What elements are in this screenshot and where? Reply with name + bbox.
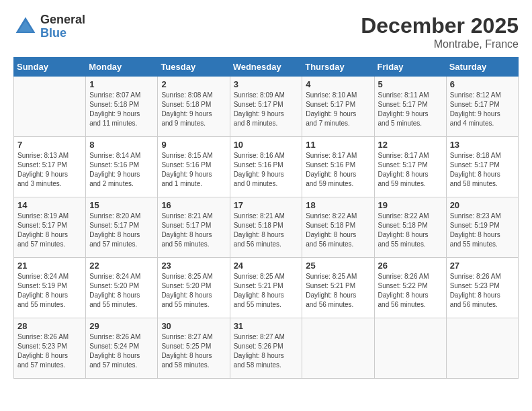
day-number: 8 [89, 140, 154, 150]
calendar-cell: 24Sunrise: 8:25 AM Sunset: 5:21 PM Dayli… [230, 258, 302, 318]
day-number: 2 [161, 79, 226, 89]
day-info: Sunrise: 8:21 AM Sunset: 5:17 PM Dayligh… [161, 212, 226, 249]
day-info: Sunrise: 8:21 AM Sunset: 5:18 PM Dayligh… [234, 212, 299, 249]
day-info: Sunrise: 8:14 AM Sunset: 5:16 PM Dayligh… [89, 151, 154, 189]
day-info: Sunrise: 8:07 AM Sunset: 5:18 PM Dayligh… [89, 91, 154, 128]
calendar-week-3: 14Sunrise: 8:19 AM Sunset: 5:17 PM Dayli… [14, 197, 519, 258]
day-info: Sunrise: 8:15 AM Sunset: 5:16 PM Dayligh… [161, 151, 226, 189]
day-info: Sunrise: 8:18 AM Sunset: 5:17 PM Dayligh… [450, 151, 515, 189]
day-info: Sunrise: 8:26 AM Sunset: 5:23 PM Dayligh… [450, 272, 515, 310]
calendar-cell [374, 318, 446, 379]
day-info: Sunrise: 8:17 AM Sunset: 5:16 PM Dayligh… [306, 151, 370, 189]
day-number: 23 [161, 261, 226, 271]
day-info: Sunrise: 8:22 AM Sunset: 5:18 PM Dayligh… [306, 212, 370, 249]
day-info: Sunrise: 8:22 AM Sunset: 5:18 PM Dayligh… [378, 212, 443, 249]
calendar-cell: 17Sunrise: 8:21 AM Sunset: 5:18 PM Dayli… [230, 197, 302, 258]
day-info: Sunrise: 8:16 AM Sunset: 5:16 PM Dayligh… [234, 151, 299, 189]
calendar-table: SundayMondayTuesdayWednesdayThursdayFrid… [13, 57, 519, 379]
calendar-cell: 10Sunrise: 8:16 AM Sunset: 5:16 PM Dayli… [230, 137, 302, 197]
day-number: 13 [450, 140, 515, 150]
calendar-week-5: 28Sunrise: 8:26 AM Sunset: 5:23 PM Dayli… [14, 318, 519, 379]
weekday-header-tuesday: Tuesday [158, 58, 230, 77]
day-info: Sunrise: 8:26 AM Sunset: 5:23 PM Dayligh… [17, 332, 82, 370]
day-info: Sunrise: 8:08 AM Sunset: 5:18 PM Dayligh… [161, 91, 226, 128]
calendar-cell: 27Sunrise: 8:26 AM Sunset: 5:23 PM Dayli… [446, 258, 518, 318]
weekday-header-wednesday: Wednesday [230, 58, 302, 77]
page-header: General Blue December 2025 Montrabe, Fra… [13, 13, 519, 50]
day-info: Sunrise: 8:10 AM Sunset: 5:17 PM Dayligh… [306, 91, 370, 128]
day-number: 21 [17, 261, 82, 271]
calendar-cell: 11Sunrise: 8:17 AM Sunset: 5:16 PM Dayli… [302, 137, 374, 197]
day-number: 14 [17, 200, 82, 210]
day-info: Sunrise: 8:19 AM Sunset: 5:17 PM Dayligh… [17, 212, 82, 249]
calendar-cell: 1Sunrise: 8:07 AM Sunset: 5:18 PM Daylig… [86, 77, 158, 137]
calendar-cell: 16Sunrise: 8:21 AM Sunset: 5:17 PM Dayli… [158, 197, 230, 258]
weekday-header-row: SundayMondayTuesdayWednesdayThursdayFrid… [14, 58, 519, 77]
day-number: 9 [161, 140, 226, 150]
day-number: 15 [89, 200, 154, 210]
day-number: 11 [306, 140, 370, 150]
calendar-cell: 25Sunrise: 8:25 AM Sunset: 5:21 PM Dayli… [302, 258, 374, 318]
day-number: 25 [306, 261, 370, 271]
day-info: Sunrise: 8:25 AM Sunset: 5:20 PM Dayligh… [161, 272, 226, 310]
calendar-cell: 31Sunrise: 8:27 AM Sunset: 5:26 PM Dayli… [230, 318, 302, 379]
title-block: December 2025 Montrabe, France [361, 13, 519, 50]
calendar-cell: 23Sunrise: 8:25 AM Sunset: 5:20 PM Dayli… [158, 258, 230, 318]
calendar-cell: 5Sunrise: 8:11 AM Sunset: 5:17 PM Daylig… [374, 77, 446, 137]
day-number: 27 [450, 261, 515, 271]
day-number: 1 [89, 79, 154, 89]
calendar-cell: 20Sunrise: 8:23 AM Sunset: 5:19 PM Dayli… [446, 197, 518, 258]
calendar-title: December 2025 [361, 13, 519, 38]
day-number: 6 [450, 79, 515, 89]
logo: General Blue [13, 13, 85, 40]
weekday-header-friday: Friday [374, 58, 446, 77]
day-number: 29 [89, 321, 154, 331]
calendar-cell: 19Sunrise: 8:22 AM Sunset: 5:18 PM Dayli… [374, 197, 446, 258]
calendar-cell: 30Sunrise: 8:27 AM Sunset: 5:25 PM Dayli… [158, 318, 230, 379]
calendar-cell [446, 318, 518, 379]
calendar-cell: 18Sunrise: 8:22 AM Sunset: 5:18 PM Dayli… [302, 197, 374, 258]
day-info: Sunrise: 8:27 AM Sunset: 5:26 PM Dayligh… [234, 332, 299, 370]
day-info: Sunrise: 8:09 AM Sunset: 5:17 PM Dayligh… [234, 91, 299, 128]
calendar-cell [14, 77, 86, 137]
calendar-cell: 2Sunrise: 8:08 AM Sunset: 5:18 PM Daylig… [158, 77, 230, 137]
logo-icon [13, 15, 38, 39]
calendar-cell: 15Sunrise: 8:20 AM Sunset: 5:17 PM Dayli… [86, 197, 158, 258]
calendar-week-1: 1Sunrise: 8:07 AM Sunset: 5:18 PM Daylig… [14, 77, 519, 137]
logo-blue: Blue [40, 27, 85, 40]
day-info: Sunrise: 8:26 AM Sunset: 5:22 PM Dayligh… [378, 272, 443, 310]
day-number: 7 [17, 140, 82, 150]
calendar-cell: 29Sunrise: 8:26 AM Sunset: 5:24 PM Dayli… [86, 318, 158, 379]
day-number: 19 [378, 200, 443, 210]
weekday-header-sunday: Sunday [14, 58, 86, 77]
day-info: Sunrise: 8:24 AM Sunset: 5:19 PM Dayligh… [17, 272, 82, 310]
day-number: 16 [161, 200, 226, 210]
day-number: 22 [89, 261, 154, 271]
calendar-cell: 12Sunrise: 8:17 AM Sunset: 5:17 PM Dayli… [374, 137, 446, 197]
day-info: Sunrise: 8:27 AM Sunset: 5:25 PM Dayligh… [161, 332, 226, 370]
calendar-cell: 13Sunrise: 8:18 AM Sunset: 5:17 PM Dayli… [446, 137, 518, 197]
calendar-week-2: 7Sunrise: 8:13 AM Sunset: 5:17 PM Daylig… [14, 137, 519, 197]
day-info: Sunrise: 8:13 AM Sunset: 5:17 PM Dayligh… [17, 151, 82, 189]
calendar-cell: 3Sunrise: 8:09 AM Sunset: 5:17 PM Daylig… [230, 77, 302, 137]
day-info: Sunrise: 8:26 AM Sunset: 5:24 PM Dayligh… [89, 332, 154, 370]
calendar-cell: 9Sunrise: 8:15 AM Sunset: 5:16 PM Daylig… [158, 137, 230, 197]
weekday-header-saturday: Saturday [446, 58, 518, 77]
calendar-cell: 8Sunrise: 8:14 AM Sunset: 5:16 PM Daylig… [86, 137, 158, 197]
calendar-week-4: 21Sunrise: 8:24 AM Sunset: 5:19 PM Dayli… [14, 258, 519, 318]
day-info: Sunrise: 8:24 AM Sunset: 5:20 PM Dayligh… [89, 272, 154, 310]
day-info: Sunrise: 8:25 AM Sunset: 5:21 PM Dayligh… [234, 272, 299, 310]
weekday-header-thursday: Thursday [302, 58, 374, 77]
day-number: 20 [450, 200, 515, 210]
calendar-cell: 14Sunrise: 8:19 AM Sunset: 5:17 PM Dayli… [14, 197, 86, 258]
day-number: 28 [17, 321, 82, 331]
day-number: 17 [234, 200, 299, 210]
day-number: 31 [234, 321, 299, 331]
logo-general: General [40, 13, 85, 27]
day-number: 5 [378, 79, 443, 89]
day-number: 3 [234, 79, 299, 89]
day-number: 10 [234, 140, 299, 150]
logo-text: General Blue [40, 13, 85, 40]
day-info: Sunrise: 8:11 AM Sunset: 5:17 PM Dayligh… [378, 91, 443, 128]
weekday-header-monday: Monday [86, 58, 158, 77]
